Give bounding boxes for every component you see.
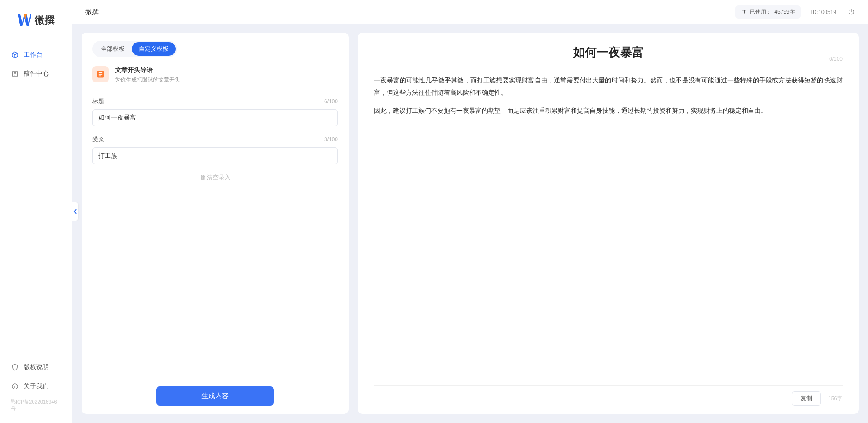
sidebar-nav: 工作台 稿件中心	[0, 45, 72, 358]
sidebar-item-label: 工作台	[24, 51, 43, 59]
form-panel: 全部模板 自定义模板 文章开	[82, 33, 349, 414]
template-title: 文章开头导语	[115, 66, 180, 74]
template-subtitle: 为你生成抓眼球的文章开头	[115, 76, 180, 84]
power-icon	[848, 8, 855, 15]
brand-text: 微撰	[35, 14, 55, 27]
output-panel: 如何一夜暴富 6/100 一夜暴富的可能性几乎微乎其微，而打工族想要实现财富自由…	[358, 33, 859, 414]
doc-icon	[11, 70, 19, 78]
sidebar-collapse-toggle[interactable]	[72, 202, 78, 221]
word-count: 156字	[828, 395, 843, 403]
field-audience-label: 受众	[92, 135, 104, 144]
id-prefix: ID:	[811, 9, 818, 15]
sidebar-item-drafts[interactable]: 稿件中心	[0, 64, 72, 83]
topbar-right: 已使用： 45799字 ID:100519	[735, 5, 855, 19]
field-title-label: 标题	[92, 97, 104, 106]
main: 微撰 已使用： 45799字 ID:100519	[72, 0, 868, 423]
generate-button[interactable]: 生成内容	[156, 386, 274, 406]
tab-custom-templates[interactable]: 自定义模板	[132, 42, 176, 56]
field-title: 标题 6/100	[92, 97, 338, 126]
sidebar-item-label: 版权说明	[24, 363, 49, 371]
brand-logo: 微撰	[0, 14, 72, 45]
info-icon	[11, 382, 19, 390]
doc-paragraph: 一夜暴富的可能性几乎微乎其微，而打工族想要实现财富自由，通常需要付出大量的时间和…	[374, 74, 843, 98]
doc-title-row: 如何一夜暴富 6/100	[374, 44, 843, 67]
template-tabs: 全部模板 自定义模板	[92, 41, 177, 57]
svg-rect-3	[99, 72, 102, 73]
audience-input[interactable]	[92, 147, 338, 164]
cube-icon	[11, 51, 19, 59]
copy-button[interactable]: 复制	[792, 391, 821, 406]
text-icon	[741, 9, 747, 15]
clear-inputs-button[interactable]: 🗑 清空录入	[92, 173, 338, 182]
brand-mark-icon	[18, 14, 31, 26]
sidebar-footer: 版权说明 关于我们 鄂ICP备2022016946号	[0, 358, 72, 418]
doc-title: 如何一夜暴富	[573, 44, 644, 60]
shield-icon	[11, 363, 19, 371]
field-audience: 受众 3/100	[92, 135, 338, 164]
title-input[interactable]	[92, 109, 338, 126]
icp-text: 鄂ICP备2022016946号	[0, 396, 72, 415]
doc-title-count: 6/100	[829, 56, 843, 62]
tab-all-templates[interactable]: 全部模板	[94, 42, 132, 56]
svg-rect-4	[99, 74, 102, 75]
id-value: 100519	[818, 9, 836, 15]
sidebar-item-about[interactable]: 关于我们	[0, 377, 72, 396]
sidebar-item-label: 稿件中心	[24, 70, 49, 78]
doc-body: 一夜暴富的可能性几乎微乎其微，而打工族想要实现财富自由，通常需要付出大量的时间和…	[374, 74, 843, 385]
page-title: 微撰	[85, 8, 99, 16]
power-button[interactable]	[847, 8, 855, 16]
field-title-count: 6/100	[324, 98, 338, 105]
sidebar: 微撰 工作台 稿件中心	[0, 0, 72, 423]
field-audience-count: 3/100	[324, 136, 338, 143]
user-id: ID:100519	[811, 8, 836, 15]
sidebar-item-label: 关于我们	[24, 382, 49, 390]
template-icon	[92, 66, 109, 82]
sidebar-item-workspace[interactable]: 工作台	[0, 45, 72, 64]
svg-rect-5	[99, 76, 101, 77]
chevron-left-icon	[73, 209, 77, 214]
usage-chip[interactable]: 已使用： 45799字	[735, 5, 800, 19]
sidebar-item-copyright[interactable]: 版权说明	[0, 358, 72, 377]
doc-paragraph: 因此，建议打工族们不要抱有一夜暴富的期望，而是应该注重积累财富和提高自身技能，通…	[374, 105, 843, 117]
doc-footer: 复制 156字	[374, 385, 843, 406]
topbar: 微撰 已使用： 45799字 ID:100519	[72, 0, 868, 24]
usage-value: 45799字	[774, 8, 795, 16]
content-area: 全部模板 自定义模板 文章开	[72, 24, 868, 423]
usage-prefix: 已使用：	[750, 8, 772, 16]
template-header: 文章开头导语 为你生成抓眼球的文章开头	[92, 66, 338, 84]
